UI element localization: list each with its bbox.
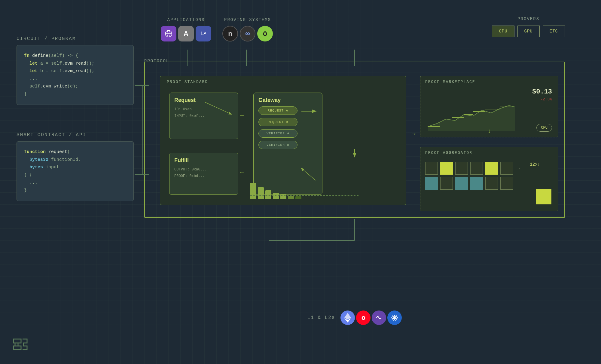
fulfill-box: Fulfill OUTPUT: 0xa6... PROOF: 0xbd... (169, 153, 238, 195)
gateway-title: Gateway (258, 97, 317, 103)
svg-marker-17 (428, 106, 515, 131)
proof-aggregator-box: PROOF AGGREGATOR 12x↓ → (420, 147, 558, 211)
app-icon-a: A (178, 26, 194, 41)
prover-cpu-button[interactable]: CPU (492, 26, 514, 37)
agg-result-cell (536, 189, 551, 204)
agg-cell-2-1 (425, 177, 438, 190)
marketplace-chart (425, 96, 515, 133)
gateway-item-ver-a: VERIFIER A (258, 129, 297, 138)
proof-standard-box: PROOF STANDARD Request ID: 0xab... INPUT… (160, 76, 406, 205)
agg-cell-2-4 (470, 177, 483, 190)
bar-3 (265, 190, 271, 199)
agg-cell-2-2 (440, 177, 453, 190)
request-box: Request ID: 0xab... INPUT: 0xef... (169, 93, 238, 139)
bar-2 (258, 187, 264, 199)
circuit-code-box: fn define(self) -> { let a = self.evm_re… (17, 45, 134, 105)
proof-marketplace-box: PROOF MARKETPLACE $0.13 -2.3% CPU ↓ (420, 76, 558, 137)
agg-count: 12x↓ (530, 162, 540, 167)
agg-cell-1-4 (470, 162, 483, 175)
provers-group: PROVERS CPU GPU ETC (492, 17, 565, 37)
svg-point-16 (264, 32, 266, 35)
l1l2-icons: o (340, 310, 402, 325)
proof-standard-label: PROOF STANDARD (167, 80, 208, 84)
circuit-label: CIRCUIT / PROGRAM (17, 36, 134, 41)
l1l2-label: L1 & L2s (307, 315, 335, 320)
contract-label: SMART CONTRACT / API (17, 132, 134, 138)
app-icon-l2: L² (196, 26, 211, 41)
logo (12, 338, 29, 353)
gateway-item-req-a: REQUEST A (258, 106, 297, 115)
l1l2-icon-optimism: o (356, 310, 371, 325)
proving-systems-icons: n ∞ (222, 26, 273, 41)
agg-cell-1-5 (485, 162, 498, 175)
proof-aggregator-label: PROOF AGGREGATOR (425, 151, 472, 155)
arrow-to-marketplace: → (412, 130, 416, 138)
arrow-req-to-gw: → (240, 112, 244, 119)
bar-chart (250, 177, 371, 199)
l1l2-icon-cosmos (387, 310, 402, 325)
l1l2-icon-arbitrum (372, 310, 386, 325)
proof-marketplace-label: PROOF MARKETPLACE (425, 80, 475, 84)
agg-cell-2-3 (455, 177, 468, 190)
agg-cell-2-6 (500, 177, 513, 190)
agg-cell-1-2 (440, 162, 453, 175)
applications-label: APPLICATIONS (167, 17, 205, 22)
proving-icon-green (257, 26, 273, 41)
request-input: INPUT: 0xef... (174, 113, 233, 120)
gateway-item-req-b: REQUEST B (258, 118, 297, 126)
arrow-gw-to-fulfill: ← (240, 169, 244, 176)
contract-code-box: function request( bytes32 functionId, by… (17, 141, 134, 201)
prover-boxes: CPU GPU ETC (492, 26, 565, 37)
svg-point-20 (394, 317, 395, 319)
applications-group: APPLICATIONS A L² (161, 17, 211, 41)
contract-section: SMART CONTRACT / API function request( b… (17, 132, 134, 201)
bar-4 (273, 193, 279, 199)
gateway-item-ver-b: VERIFIER B (258, 141, 297, 149)
protocol-area: PROOF STANDARD Request ID: 0xab... INPUT… (144, 62, 565, 218)
svg-marker-18 (344, 313, 351, 320)
bar-1 (250, 183, 256, 199)
prover-gpu-button[interactable]: GPU (517, 26, 540, 37)
bar-7 (295, 196, 301, 199)
main-container: CIRCUIT / PROGRAM fn define(self) -> { l… (0, 0, 601, 364)
agg-cell-1-6 (500, 162, 513, 175)
request-id: ID: 0xab... (174, 106, 233, 113)
applications-icons: A L² (161, 26, 211, 41)
marketplace-down-arrow: ↓ (487, 128, 491, 135)
circuit-section: CIRCUIT / PROGRAM fn define(self) -> { l… (17, 36, 134, 105)
l1l2-section: L1 & L2s o (144, 310, 565, 325)
agg-cell-2-5 (485, 177, 498, 190)
proving-systems-group: PROVING SYSTEMS n ∞ (222, 17, 273, 41)
marketplace-price: $0.13 (532, 88, 552, 96)
bar-6 (288, 196, 294, 199)
fulfill-output: OUTPUT: 0xa6... (174, 167, 233, 173)
l1l2-icon-eth (340, 310, 355, 325)
agg-row-2 (425, 177, 521, 190)
agg-cell-1-3 (455, 162, 468, 175)
prover-etc-button[interactable]: ETC (543, 26, 565, 37)
proving-systems-label: PROVING SYSTEMS (224, 17, 271, 22)
marketplace-cpu-badge: CPU (536, 124, 552, 132)
agg-row-1: → (425, 162, 521, 175)
bar-5 (280, 194, 286, 199)
proving-icon-n: n (222, 26, 238, 41)
agg-arrow-right: → (517, 166, 520, 171)
fulfill-proof: PROOF: 0xbd... (174, 173, 233, 180)
fulfill-title: Fulfill (174, 157, 233, 164)
app-icon-globe (161, 26, 176, 41)
agg-cell-1-1 (425, 162, 438, 175)
marketplace-change: -2.3% (540, 97, 552, 102)
provers-label: PROVERS (492, 17, 565, 21)
agg-grid: → (425, 162, 521, 190)
proving-icon-inf: ∞ (240, 26, 255, 41)
bar-dashed-line (250, 195, 358, 196)
request-title: Request (174, 97, 233, 103)
